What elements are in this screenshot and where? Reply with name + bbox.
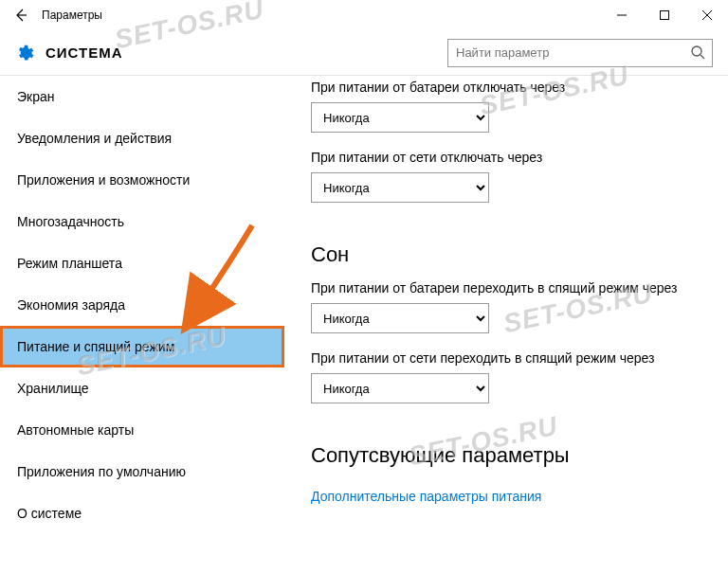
search-icon (690, 45, 707, 62)
sidebar-item-notifications[interactable]: Уведомления и действия (0, 117, 284, 159)
sidebar-item-battery-saver[interactable]: Экономия заряда (0, 284, 284, 326)
window-title: Параметры (42, 9, 102, 22)
screen-off-battery-select[interactable]: Никогда (311, 102, 489, 133)
svg-point-1 (692, 46, 701, 56)
screen-off-battery-label: При питании от батареи отключать через (311, 80, 701, 95)
svg-rect-0 (660, 11, 668, 20)
sidebar-item-storage[interactable]: Хранилище (0, 367, 284, 409)
screen-off-ac-select[interactable]: Никогда (311, 172, 489, 203)
minimize-button[interactable] (600, 0, 643, 30)
related-heading: Сопутсвующие параметры (311, 443, 701, 468)
sleep-battery-select[interactable]: Никогда (311, 303, 489, 333)
sidebar-item-tablet-mode[interactable]: Режим планшета (0, 242, 284, 284)
sidebar-item-offline-maps[interactable]: Автономные карты (0, 409, 284, 451)
sidebar-item-default-apps[interactable]: Приложения по умолчанию (0, 451, 284, 492)
sleep-ac-select[interactable]: Никогда (311, 373, 489, 403)
additional-power-link[interactable]: Дополнительные параметры питания (311, 489, 541, 504)
maximize-button[interactable] (643, 0, 685, 30)
sidebar-item-multitasking[interactable]: Многозадачность (0, 201, 284, 242)
screen-off-ac-label: При питании от сети отключать через (311, 150, 701, 165)
search-input[interactable] (447, 39, 713, 67)
sidebar: Экран Уведомления и действия Приложения … (0, 76, 284, 573)
back-button[interactable] (8, 2, 34, 28)
sidebar-item-about[interactable]: О системе (0, 492, 284, 534)
sleep-battery-label: При питании от батареи переходить в спящ… (311, 280, 701, 295)
close-button[interactable] (685, 0, 728, 30)
content-panel: При питании от батареи отключать через Н… (284, 76, 728, 573)
gear-icon (15, 44, 34, 63)
sidebar-item-apps[interactable]: Приложения и возможности (0, 159, 284, 201)
sidebar-item-display[interactable]: Экран (0, 76, 284, 117)
sleep-ac-label: При питании от сети переходить в спящий … (311, 350, 701, 366)
sleep-heading: Сон (311, 242, 701, 267)
sidebar-item-power-sleep[interactable]: Питание и спящий режим (0, 326, 284, 367)
page-heading: СИСТЕМА (46, 45, 123, 61)
